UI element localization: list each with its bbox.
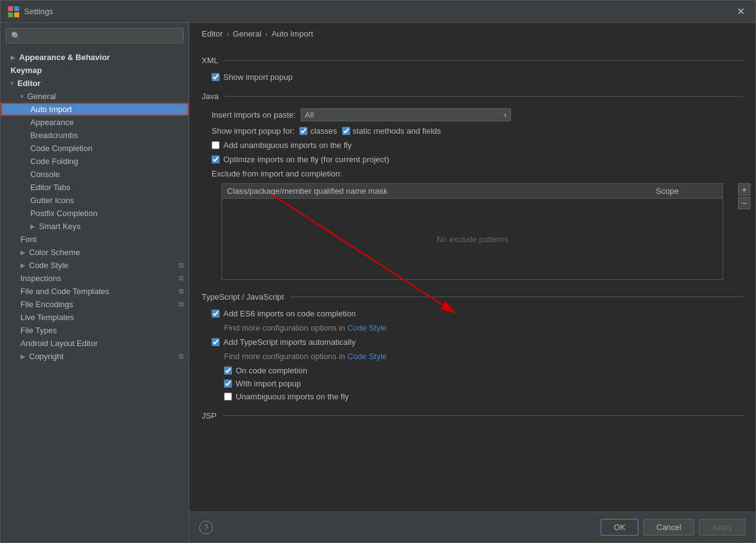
with-import-popup-label[interactable]: With import popup [236, 379, 301, 388]
sidebar-item-label: File Encodings [20, 300, 73, 309]
sidebar-item-android-layout[interactable]: Android Layout Editor [1, 337, 189, 350]
add-unambiguous-checkbox[interactable] [212, 141, 220, 149]
search-input[interactable] [24, 31, 178, 40]
sidebar-item-label: Console [30, 170, 60, 179]
ts-unambiguous-label[interactable]: Unambiguous imports on the fly [236, 392, 349, 401]
copy-icon: ⧉ [179, 274, 184, 282]
optimize-imports-checkbox[interactable] [212, 155, 220, 163]
sidebar-item-breadcrumbs[interactable]: Breadcrumbs [1, 129, 189, 142]
classes-checkbox[interactable] [299, 127, 307, 135]
add-unambiguous-label[interactable]: Add unambiguous imports on the fly [223, 141, 351, 150]
static-methods-label[interactable]: static methods and fields [353, 126, 441, 136]
insert-imports-dropdown[interactable]: All Ask None [301, 108, 511, 121]
sidebar-item-smart-keys[interactable]: ▶ Smart Keys [1, 220, 189, 233]
copy-icon: ⧉ [179, 105, 184, 113]
add-es6-row: Add ES6 imports on code completion [202, 309, 743, 318]
sidebar-item-file-code-templates[interactable]: File and Code Templates ⧉ [1, 285, 189, 298]
sidebar-item-color-scheme[interactable]: ▶ Color Scheme [1, 246, 189, 259]
find-more-1-row: Find more configuration options in Code … [202, 323, 743, 332]
sidebar-item-general[interactable]: ▾ General [1, 90, 189, 103]
svg-rect-3 [14, 12, 19, 17]
add-es6-label[interactable]: Add ES6 imports on code completion [223, 309, 356, 318]
sidebar-item-auto-import[interactable]: Auto Import ⧉ [1, 103, 189, 116]
sidebar-item-file-types[interactable]: File Types [1, 324, 189, 337]
sidebar-item-label: Code Folding [30, 157, 78, 166]
sidebar-item-code-completion[interactable]: Code Completion [1, 142, 189, 155]
add-ts-imports-label[interactable]: Add TypeScript imports automatically [223, 337, 356, 347]
on-completion-checkbox[interactable] [224, 367, 232, 375]
static-methods-checkbox[interactable] [342, 127, 350, 135]
sidebar-item-code-style[interactable]: ▶ Code Style ⧉ [1, 259, 189, 272]
optimize-imports-label[interactable]: Optimize imports on the fly (for current… [223, 155, 389, 164]
apply-button[interactable]: Apply [699, 519, 745, 536]
sidebar-item-label: Code Style [29, 261, 69, 270]
sidebar-item-gutter-icons[interactable]: Gutter Icons [1, 194, 189, 207]
show-import-popup-label[interactable]: Show import popup [223, 72, 293, 82]
code-style-link-2[interactable]: Code Style [347, 352, 387, 361]
sidebar-item-label: Inspections [20, 274, 61, 283]
sidebar-item-editor[interactable]: ▾ Editor [1, 77, 189, 90]
breadcrumb-editor: Editor [202, 29, 223, 38]
table-header: Class/package/member qualified name mask… [222, 184, 723, 199]
svg-rect-1 [14, 6, 19, 11]
sidebar-item-label: Live Templates [20, 313, 74, 322]
help-button[interactable]: ? [199, 521, 213, 534]
code-style-link-1[interactable]: Code Style [347, 323, 387, 332]
sidebar-item-label: Postfix Completion [30, 209, 97, 218]
breadcrumb: Editor › General › Auto Import [189, 23, 755, 45]
xml-section-header: XML [202, 56, 743, 65]
remove-exclude-button[interactable]: − [738, 197, 750, 209]
svg-rect-0 [8, 6, 13, 11]
arrow-icon: ▶ [20, 353, 25, 360]
sidebar-item-keymap[interactable]: Keymap [1, 64, 189, 77]
insert-imports-label: Insert imports on paste: [212, 110, 296, 119]
sidebar-item-copyright[interactable]: ▶ Copyright ⧉ [1, 350, 189, 363]
insert-imports-row: Insert imports on paste: All Ask None [202, 108, 743, 121]
ok-button[interactable]: OK [601, 519, 638, 536]
with-import-popup-row: With import popup [202, 379, 743, 388]
close-button[interactable]: ✕ [733, 4, 748, 19]
arrow-icon: ▶ [30, 223, 35, 230]
on-completion-label[interactable]: On code completion [236, 366, 307, 375]
bottom-buttons: OK Cancel Apply [601, 519, 745, 536]
sidebar-item-label: Keymap [11, 66, 42, 75]
ts-unambiguous-checkbox[interactable] [224, 393, 232, 401]
sidebar-item-appearance[interactable]: Appearance [1, 116, 189, 129]
cancel-button[interactable]: Cancel [643, 519, 694, 536]
breadcrumb-sep1: › [226, 29, 229, 38]
sidebar-item-postfix-completion[interactable]: Postfix Completion [1, 207, 189, 220]
exclude-table: Class/package/member qualified name mask… [221, 183, 723, 280]
find-more-1-text: Find more configuration options in [224, 323, 345, 332]
sidebar-item-code-folding[interactable]: Code Folding [1, 155, 189, 168]
sidebar-item-label: Editor [17, 79, 41, 88]
sidebar-item-console[interactable]: Console [1, 168, 189, 181]
add-ts-imports-checkbox[interactable] [212, 338, 220, 346]
sidebar-item-editor-tabs[interactable]: Editor Tabs [1, 181, 189, 194]
add-es6-checkbox[interactable] [212, 310, 220, 318]
sidebar-item-label: File and Code Templates [20, 287, 110, 296]
find-more-2-text: Find more configuration options in [224, 352, 345, 361]
table-col-name: Class/package/member qualified name mask [227, 186, 653, 196]
svg-rect-2 [8, 12, 13, 17]
table-action-buttons: + − [738, 183, 750, 209]
exclude-label-row: Exclude from import and completion: [202, 169, 743, 178]
sidebar-item-appearance-behavior[interactable]: ▶ Appearance & Behavior [1, 51, 189, 64]
titlebar: Settings ✕ [1, 1, 755, 23]
arrow-icon: ▾ [11, 80, 14, 87]
content-area: 🔍 ▶ Appearance & Behavior Keymap ▾ Edito… [1, 23, 755, 542]
sidebar-item-inspections[interactable]: Inspections ⧉ [1, 272, 189, 285]
with-import-popup-checkbox[interactable] [224, 380, 232, 388]
breadcrumb-auto-import: Auto Import [272, 29, 313, 38]
add-exclude-button[interactable]: + [738, 183, 750, 196]
show-import-popup-checkbox[interactable] [212, 73, 220, 81]
search-box[interactable]: 🔍 [6, 28, 184, 43]
copy-icon: ⧉ [179, 287, 184, 295]
arrow-icon: ▶ [20, 249, 25, 256]
sidebar-item-font[interactable]: Font [1, 233, 189, 246]
java-divider [225, 96, 743, 97]
sidebar-item-file-encodings[interactable]: File Encodings ⧉ [1, 298, 189, 311]
classes-label[interactable]: classes [310, 126, 337, 136]
app-icon [8, 6, 19, 17]
table-body-empty: No exclude patterns [222, 199, 723, 279]
sidebar-item-live-templates[interactable]: Live Templates [1, 311, 189, 324]
